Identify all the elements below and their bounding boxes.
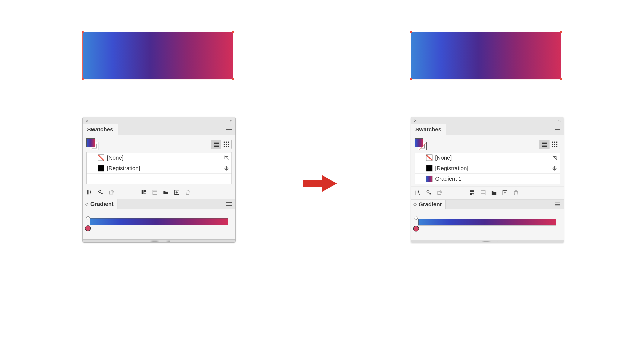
gradient-panel-tabs: ◇ Gradient bbox=[411, 200, 564, 209]
expand-icon: ◇ bbox=[414, 202, 417, 207]
selected-gradient-rectangle[interactable] bbox=[82, 32, 233, 80]
tab-label: Swatches bbox=[415, 126, 441, 133]
registration-swatch-icon bbox=[426, 165, 432, 172]
list-view-button[interactable] bbox=[539, 140, 550, 149]
registration-mark-icon bbox=[224, 166, 229, 171]
swatch-label: [None] bbox=[435, 154, 549, 161]
tab-gradient[interactable]: ◇ Gradient bbox=[82, 199, 118, 209]
svg-rect-12 bbox=[438, 192, 441, 195]
swatch-label: [Registration] bbox=[435, 165, 549, 172]
gradient-ramp[interactable] bbox=[418, 219, 556, 226]
swatch-label: [Registration] bbox=[107, 165, 221, 172]
folder-icon[interactable] bbox=[162, 189, 169, 196]
registration-mark-icon bbox=[552, 166, 558, 171]
svg-point-1 bbox=[98, 190, 101, 193]
new-color-group-icon[interactable] bbox=[469, 189, 476, 196]
view-mode-toggle bbox=[211, 140, 232, 149]
grid-view-button[interactable] bbox=[550, 140, 560, 149]
swatches-panel: × ‹‹ Swatches bbox=[82, 117, 236, 242]
tab-gradient[interactable]: ◇ Gradient bbox=[411, 200, 446, 209]
selection-handle[interactable] bbox=[82, 31, 84, 33]
fill-stroke-proxy[interactable] bbox=[86, 138, 98, 150]
panel-menu-icon[interactable] bbox=[554, 128, 560, 131]
swatch-row-gradient1[interactable]: Gradient 1 bbox=[415, 174, 560, 184]
swatch-label: Gradient 1 bbox=[435, 176, 558, 182]
libraries-icon[interactable] bbox=[86, 189, 93, 196]
swatch-row-none[interactable]: [None] bbox=[415, 152, 560, 163]
view-mode-toggle bbox=[539, 140, 560, 149]
selection-handle[interactable] bbox=[232, 31, 234, 33]
svg-rect-7 bbox=[153, 190, 157, 194]
libraries-icon[interactable] bbox=[414, 189, 421, 196]
tab-swatches[interactable]: Swatches bbox=[82, 124, 118, 135]
panel-titlebar: × ‹‹ bbox=[82, 117, 236, 124]
selection-handle[interactable] bbox=[410, 78, 412, 80]
panel-tabs: Swatches bbox=[411, 124, 564, 135]
gradient-stop[interactable] bbox=[413, 226, 419, 232]
svg-point-10 bbox=[427, 191, 429, 193]
close-icon[interactable]: × bbox=[414, 118, 417, 123]
close-icon[interactable]: × bbox=[86, 118, 88, 123]
swatch-options-icon[interactable] bbox=[426, 189, 432, 196]
swatch-kind-icon[interactable] bbox=[152, 189, 158, 196]
swatch-list: [None] [Registration] Gradient bbox=[414, 152, 560, 184]
panel-menu-icon[interactable] bbox=[554, 203, 560, 206]
fill-stroke-proxy[interactable] bbox=[414, 138, 427, 150]
gradient-stop[interactable] bbox=[85, 226, 91, 231]
swatch-kind-icon[interactable] bbox=[480, 189, 486, 196]
gradient-swatch-icon bbox=[426, 176, 432, 182]
swatch-options-icon[interactable] bbox=[97, 189, 104, 196]
svg-rect-14 bbox=[472, 190, 474, 192]
svg-rect-16 bbox=[481, 191, 485, 195]
none-swatch-icon bbox=[426, 154, 432, 161]
selection-handle[interactable] bbox=[410, 31, 412, 33]
swatch-row-none[interactable]: [None] bbox=[86, 152, 232, 163]
trash-icon[interactable] bbox=[184, 189, 191, 196]
before-state: × ‹‹ Swatches bbox=[82, 32, 236, 242]
panel-resize-grip[interactable] bbox=[411, 240, 564, 243]
gradient-midpoint[interactable] bbox=[414, 216, 418, 220]
list-icon bbox=[542, 142, 547, 147]
selection-handle[interactable] bbox=[560, 78, 562, 80]
svg-rect-13 bbox=[470, 190, 472, 192]
grid-view-button[interactable] bbox=[221, 140, 232, 149]
trash-icon[interactable] bbox=[512, 189, 519, 196]
svg-rect-6 bbox=[142, 192, 144, 194]
svg-rect-5 bbox=[144, 190, 146, 192]
add-to-cc-icon[interactable] bbox=[436, 189, 443, 196]
fill-swatch[interactable] bbox=[86, 138, 95, 147]
gradient-ramp[interactable] bbox=[90, 218, 228, 225]
new-swatch-icon[interactable] bbox=[502, 189, 508, 196]
registration-swatch-icon bbox=[98, 165, 104, 172]
swatch-toolbar bbox=[82, 135, 236, 152]
gradient-midpoint[interactable] bbox=[86, 216, 90, 220]
panel-titlebar: × ‹‹ bbox=[411, 117, 564, 124]
swatch-list: [None] [Registration] bbox=[86, 152, 232, 184]
selection-handle[interactable] bbox=[560, 31, 562, 33]
fill-swatch[interactable] bbox=[414, 138, 423, 147]
list-view-button[interactable] bbox=[211, 140, 221, 149]
swatch-row-registration[interactable]: [Registration] bbox=[86, 163, 232, 174]
grid-icon bbox=[552, 142, 558, 147]
swatch-row-registration[interactable]: [Registration] bbox=[415, 163, 560, 174]
gradient-editor bbox=[82, 209, 236, 240]
selection-handle[interactable] bbox=[232, 78, 234, 80]
collapse-icon[interactable]: ‹‹ bbox=[558, 118, 561, 123]
after-state: × ‹‹ Swatches bbox=[411, 32, 564, 243]
selected-gradient-rectangle[interactable] bbox=[411, 32, 561, 80]
grid-icon bbox=[224, 142, 229, 147]
new-swatch-icon[interactable] bbox=[173, 189, 180, 196]
panel-resize-grip[interactable] bbox=[82, 240, 236, 242]
swatch-label: [None] bbox=[107, 154, 221, 161]
expand-icon: ◇ bbox=[85, 202, 88, 206]
panel-menu-icon[interactable] bbox=[226, 128, 232, 131]
folder-icon[interactable] bbox=[490, 189, 498, 196]
collapse-icon[interactable]: ‹‹ bbox=[230, 118, 232, 123]
panel-menu-icon[interactable] bbox=[226, 202, 232, 206]
new-color-group-icon[interactable] bbox=[140, 189, 147, 196]
add-to-cc-icon[interactable] bbox=[108, 189, 115, 196]
selection-handle[interactable] bbox=[82, 78, 84, 80]
no-print-icon bbox=[552, 155, 558, 160]
swatches-panel: × ‹‹ Swatches bbox=[411, 117, 564, 243]
tab-swatches[interactable]: Swatches bbox=[411, 124, 446, 135]
